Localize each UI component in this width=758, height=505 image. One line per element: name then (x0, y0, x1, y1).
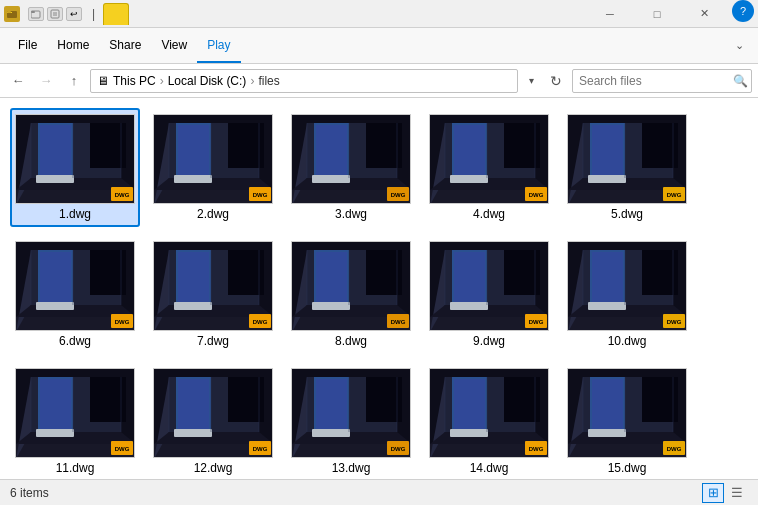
file-name: 2.dwg (197, 207, 229, 221)
address-path[interactable]: 🖥 This PC › Local Disk (C:) › files (90, 69, 518, 93)
view-controls: ⊞ ☰ (702, 483, 748, 503)
close-button[interactable]: ✕ (681, 0, 727, 28)
svg-rect-69 (592, 125, 623, 176)
file-name: 1.dwg (59, 207, 91, 221)
file-thumbnail: DWG (429, 241, 549, 331)
svg-rect-42 (366, 123, 402, 168)
path-local-disk[interactable]: Local Disk (C:) (168, 74, 247, 88)
file-name: 8.dwg (335, 334, 367, 348)
file-item-10[interactable]: DWG 10.dwg (562, 235, 692, 354)
tab-view[interactable]: View (151, 28, 197, 63)
tab-share[interactable]: Share (99, 28, 151, 63)
svg-rect-86 (36, 302, 74, 310)
title-bar-left: ↩ | (4, 6, 95, 22)
svg-rect-196 (504, 377, 540, 422)
svg-text:DWG: DWG (391, 446, 406, 452)
undo-btn[interactable]: ↩ (66, 7, 82, 21)
up-button[interactable]: ↑ (62, 69, 86, 93)
file-name: 5.dwg (611, 207, 643, 221)
svg-text:DWG: DWG (253, 192, 268, 198)
tab-file[interactable]: File (8, 28, 47, 63)
svg-text:DWG: DWG (391, 192, 406, 198)
path-this-pc[interactable]: This PC (113, 74, 156, 88)
svg-rect-83 (40, 252, 71, 303)
address-dropdown-button[interactable]: ▾ (522, 69, 540, 93)
file-item-15[interactable]: DWG 15.dwg (562, 362, 692, 479)
svg-rect-128 (450, 302, 488, 310)
svg-text:DWG: DWG (529, 192, 544, 198)
file-name: 6.dwg (59, 334, 91, 348)
search-input[interactable] (579, 74, 729, 88)
svg-rect-28 (228, 123, 264, 168)
svg-rect-140 (642, 250, 678, 295)
tab-music-tools[interactable] (103, 3, 129, 25)
svg-rect-126 (504, 250, 540, 295)
svg-rect-100 (174, 302, 212, 310)
file-item-7[interactable]: DWG 7.dwg (148, 235, 278, 354)
file-item-13[interactable]: DWG 13.dwg (286, 362, 416, 479)
svg-rect-181 (316, 379, 347, 430)
svg-rect-111 (316, 252, 347, 303)
file-name: 14.dwg (470, 461, 509, 475)
file-item-1[interactable]: DWG 1.dwg (10, 108, 140, 227)
title-bar: ↩ | ─ □ ✕ ? (0, 0, 758, 28)
svg-text:DWG: DWG (667, 319, 682, 325)
svg-rect-112 (366, 250, 402, 295)
svg-rect-184 (312, 429, 350, 437)
search-box[interactable]: 🔍 (572, 69, 752, 93)
item-count: 6 items (10, 486, 49, 500)
file-thumbnail: DWG (153, 368, 273, 458)
tab-home[interactable]: Home (47, 28, 99, 63)
svg-rect-70 (642, 123, 678, 168)
file-item-9[interactable]: DWG 9.dwg (424, 235, 554, 354)
file-item-8[interactable]: DWG 8.dwg (286, 235, 416, 354)
new-folder-btn[interactable] (28, 7, 44, 21)
file-item-12[interactable]: DWG 12.dwg (148, 362, 278, 479)
svg-rect-98 (228, 250, 264, 295)
file-thumbnail: DWG (15, 368, 135, 458)
file-name: 13.dwg (332, 461, 371, 475)
svg-rect-209 (592, 379, 623, 430)
file-item-11[interactable]: DWG 11.dwg (10, 362, 140, 479)
file-item-2[interactable]: DWG 2.dwg (148, 108, 278, 227)
svg-rect-14 (90, 123, 126, 168)
maximize-button[interactable]: □ (634, 0, 680, 28)
properties-btn[interactable] (47, 7, 63, 21)
forward-button[interactable]: → (34, 69, 58, 93)
svg-text:DWG: DWG (115, 319, 130, 325)
details-view-button[interactable]: ☰ (726, 483, 748, 503)
minimize-button[interactable]: ─ (587, 0, 633, 28)
file-thumbnail: DWG (567, 114, 687, 204)
back-button[interactable]: ← (6, 69, 30, 93)
file-name: 7.dwg (197, 334, 229, 348)
svg-rect-72 (588, 175, 626, 183)
file-item-5[interactable]: DWG 5.dwg (562, 108, 692, 227)
file-thumbnail: DWG (291, 368, 411, 458)
path-computer-icon: 🖥 (97, 74, 109, 88)
refresh-button[interactable]: ↻ (544, 69, 568, 93)
svg-rect-168 (228, 377, 264, 422)
svg-text:DWG: DWG (667, 446, 682, 452)
ribbon-expand-button[interactable]: ⌄ (729, 37, 750, 54)
svg-text:DWG: DWG (529, 319, 544, 325)
svg-rect-167 (178, 379, 209, 430)
file-name: 4.dwg (473, 207, 505, 221)
path-current-folder: files (258, 74, 279, 88)
tab-play[interactable]: Play (197, 28, 240, 63)
help-button[interactable]: ? (732, 0, 754, 22)
file-item-6[interactable]: DWG 6.dwg (10, 235, 140, 354)
svg-rect-13 (40, 125, 71, 176)
svg-rect-30 (174, 175, 212, 183)
file-thumbnail: DWG (429, 114, 549, 204)
svg-rect-198 (450, 429, 488, 437)
search-icon: 🔍 (733, 74, 748, 88)
file-item-3[interactable]: DWG 3.dwg (286, 108, 416, 227)
large-icons-view-button[interactable]: ⊞ (702, 483, 724, 503)
file-item-14[interactable]: DWG 14.dwg (424, 362, 554, 479)
svg-rect-170 (174, 429, 212, 437)
svg-rect-142 (588, 302, 626, 310)
ribbon-tab-row (103, 3, 587, 25)
svg-rect-210 (642, 377, 678, 422)
file-item-4[interactable]: DWG 4.dwg (424, 108, 554, 227)
svg-rect-84 (90, 250, 126, 295)
